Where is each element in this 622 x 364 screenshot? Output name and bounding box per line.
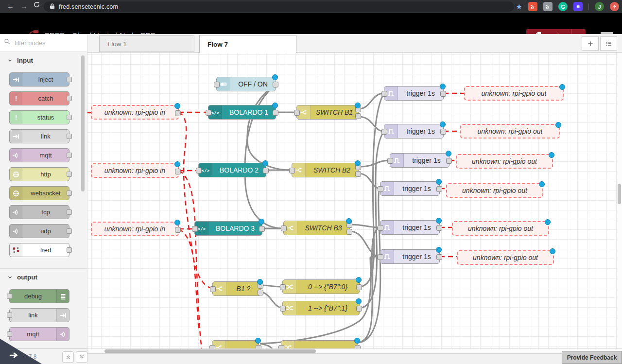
port[interactable] [67,228,72,234]
node-gpio-in-1[interactable]: unknown: rpi-gpio in [91,105,179,120]
input-port[interactable] [210,286,216,292]
forward-icon[interactable]: → [20,1,28,11]
tab-flow-1[interactable]: Flow 1 [99,35,194,52]
node-gpio-out-5[interactable]: unknown: rpi-gpio out [452,221,549,236]
wire[interactable] [247,84,292,170]
port[interactable] [7,331,12,337]
node-trigger-1[interactable]: trigger 1s [384,86,444,101]
input-port[interactable] [214,82,220,87]
output-port-2[interactable] [346,229,352,235]
palette-node-mqtt-input[interactable]: mqtt [9,148,69,162]
vertical-scrollbar[interactable] [618,184,621,204]
input-port[interactable] [381,129,387,135]
palette-category-input[interactable]: input [0,52,87,69]
node-bolardo-1[interactable]: </>BOLARDO 1 [208,105,276,120]
output-port[interactable] [273,110,278,116]
wire[interactable] [359,117,384,131]
node-trigger-6[interactable]: trigger 1s [380,249,440,264]
broken-wire[interactable] [179,112,212,289]
node-gpio-out-1[interactable]: unknown: rpi-gpio out [464,86,564,101]
input-port[interactable] [281,225,287,231]
input-port[interactable] [294,110,300,116]
port[interactable] [67,115,72,120]
output-port[interactable] [356,284,362,290]
output-port[interactable] [273,82,278,87]
node-trigger-2[interactable]: trigger 1s [384,124,444,139]
node-gpio-out-6[interactable]: unknown: rpi-gpio out [457,250,554,265]
node-gpio-out-4[interactable]: unknown: rpi-gpio out [446,183,543,198]
port[interactable] [67,153,72,158]
node-bolardo-2[interactable]: </>BOLARDO 2 [198,163,266,177]
output-port[interactable] [256,345,261,348]
reload-icon[interactable] [33,1,40,11]
extension-rss-icon[interactable] [543,2,553,11]
address-bar[interactable]: fred.sensetecnic.com [44,1,514,12]
palette-node-catch-input[interactable]: !catch [9,91,69,105]
input-port[interactable] [378,186,383,192]
flow-canvas[interactable]: OFF / ONunknown: rpi-gpio in</>BOLARDO 1… [87,52,622,348]
input-port[interactable] [378,254,383,260]
output-port[interactable] [175,169,181,174]
wire[interactable] [350,231,380,257]
wire[interactable] [260,257,380,344]
add-flow-button[interactable] [582,36,599,51]
palette-node-mqtt-output[interactable]: mqtt [9,327,69,341]
share-up-icon[interactable] [610,2,619,11]
output-port-2[interactable] [258,290,263,295]
extension-purple-icon[interactable]: ▮▮ [573,2,583,11]
node-trigger-3[interactable]: trigger 1s [390,153,449,168]
profile-avatar[interactable]: J [595,2,604,11]
output-port[interactable] [446,158,452,164]
palette-node-inject-input[interactable]: inject [9,72,69,87]
input-port[interactable] [196,168,202,173]
palette-category-output[interactable]: output [0,269,87,285]
port[interactable] [67,209,72,215]
output-port[interactable] [175,110,181,116]
tab-flow-7[interactable]: Flow 7 [199,35,296,53]
port[interactable] [7,294,12,299]
port[interactable] [67,77,72,82]
wire[interactable] [261,292,282,308]
node-gpio-out-3[interactable]: unknown: rpi-gpio out [456,154,553,169]
node-trigger-4[interactable]: trigger 1s [380,181,440,196]
input-port[interactable] [192,226,198,232]
port[interactable] [67,96,72,101]
node-partial-switch[interactable] [212,340,259,348]
palette-node-status-input[interactable]: !status [9,110,69,124]
input-port[interactable] [378,225,383,231]
output-port[interactable] [436,225,442,231]
port[interactable] [67,134,72,139]
node-gpio-in-2[interactable]: unknown: rpi-gpio in [91,163,179,178]
node-gpio-in-3[interactable]: unknown: rpi-gpio in [91,222,179,236]
node-gpio-out-2[interactable]: unknown: rpi-gpio out [460,124,560,139]
broken-wire[interactable] [179,171,202,348]
palette-node-link-input[interactable]: link [9,129,69,143]
wire[interactable] [359,160,390,167]
palette-node-link-output[interactable]: link [9,308,69,322]
input-port[interactable] [289,168,295,173]
wire[interactable] [260,344,272,348]
horizontal-scrollbar[interactable] [104,349,316,353]
input-port[interactable] [280,306,286,312]
node-partial-change[interactable] [281,340,358,348]
output-port[interactable] [440,129,446,135]
port[interactable] [67,191,72,196]
wire[interactable] [359,173,380,189]
input-port[interactable] [387,158,393,164]
provide-feedback-button[interactable]: Provide Feedback [562,351,622,364]
input-port[interactable] [209,345,215,348]
palette-node-udp-input[interactable]: udp [9,224,69,238]
palette-node-websocket-input[interactable]: websocket [9,186,69,200]
expand-all-button[interactable] [76,351,87,363]
node-switch-b2[interactable]: SWITCH B2 [292,163,359,177]
node-switch-b3[interactable]: SWITCH B3 [283,221,350,235]
input-port[interactable] [280,284,286,290]
output-port-2[interactable] [355,113,361,119]
node-change-1[interactable]: 0 --> {"B7":0} [282,279,360,294]
wire[interactable] [261,285,282,287]
port[interactable] [67,247,72,253]
output-port[interactable] [175,227,181,233]
port[interactable] [67,172,72,177]
port[interactable] [7,312,12,318]
grammarly-icon[interactable]: G [558,2,568,11]
